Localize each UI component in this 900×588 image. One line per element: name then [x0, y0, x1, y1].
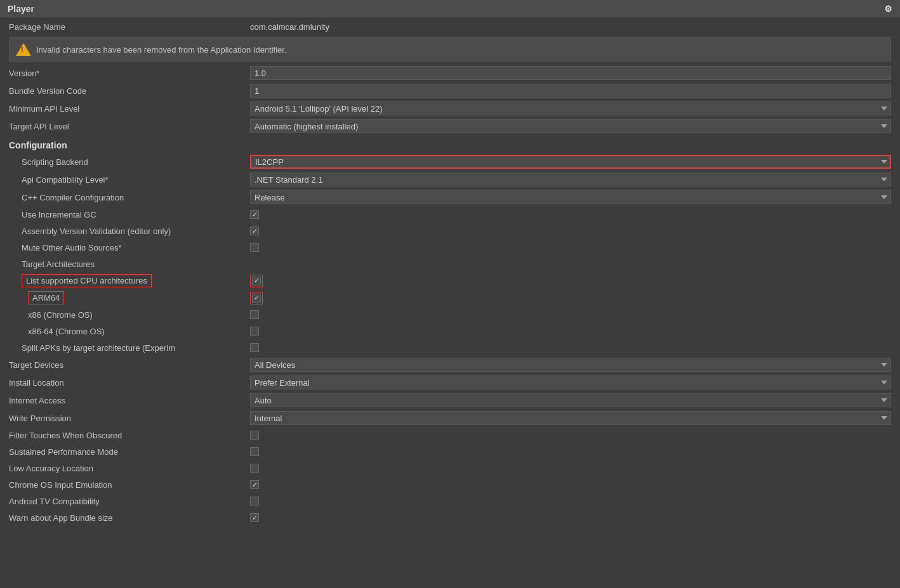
x86-chromeos-checkbox-wrapper — [250, 310, 259, 319]
assembly-version-validation-checkbox[interactable] — [250, 226, 259, 235]
write-permission-select-wrapper: Internal — [250, 411, 891, 425]
configuration-label: Configuration — [9, 140, 67, 150]
api-compatibility-level-label: Api Compatibility Level* — [9, 175, 250, 185]
install-location-select-wrapper: Prefer External — [250, 376, 891, 389]
use-incremental-gc-label: Use Incremental GC — [9, 210, 250, 219]
package-name-row: Package Name com.calmcar.dmlunity — [0, 18, 900, 35]
cpp-compiler-config-select[interactable]: Release — [250, 190, 891, 204]
chromeos-input-emulation-label: Chrome OS Input Emulation — [9, 480, 250, 490]
target-architectures-label: Target Architectures — [9, 259, 250, 269]
assembly-version-validation-label: Assembly Version Validation (editor only… — [9, 226, 250, 236]
x8664-chromeos-row: x86-64 (Chrome OS) — [0, 323, 900, 339]
write-permission-select[interactable]: Internal — [250, 411, 891, 425]
arm64-checkbox-wrapper — [250, 292, 263, 304]
android-tv-compatibility-row: Android TV Compatibility — [0, 493, 900, 509]
split-apks-checkbox-wrapper — [250, 343, 259, 352]
sustained-performance-mode-row: Sustained Performance Mode — [0, 443, 900, 460]
write-permission-row: Write Permission Internal — [0, 409, 900, 427]
cpp-compiler-config-select-wrapper: Release — [250, 190, 891, 204]
x86-chromeos-row: x86 (Chrome OS) — [0, 306, 900, 323]
use-incremental-gc-checkbox[interactable] — [250, 210, 259, 219]
warn-app-bundle-size-checkbox[interactable] — [250, 513, 259, 522]
api-compatibility-level-row: Api Compatibility Level* .NET Standard 2… — [0, 171, 900, 188]
mute-other-audio-sources-row: Mute Other Audio Sources* — [0, 239, 900, 256]
android-tv-compatibility-checkbox[interactable] — [250, 497, 259, 506]
bundle-version-code-input-wrapper — [250, 84, 891, 98]
cpp-compiler-config-label: C++ Compiler Configuration — [9, 193, 250, 202]
version-label: Version* — [9, 69, 250, 78]
filter-touches-label: Filter Touches When Obscured — [9, 431, 250, 440]
mute-other-audio-sources-checkbox[interactable] — [250, 243, 259, 252]
list-supported-cpu-row: List supported CPU architectures — [0, 272, 900, 289]
internet-access-select-wrapper: Auto — [250, 393, 891, 407]
scripting-backend-select-wrapper: IL2CPP — [250, 155, 891, 169]
settings-icon[interactable]: ⚙ — [884, 4, 892, 14]
split-apks-label: Split APKs by target architecture (Exper… — [9, 343, 250, 353]
sustained-performance-mode-checkbox-wrapper — [250, 447, 259, 456]
write-permission-label: Write Permission — [9, 414, 250, 423]
warning-text: Invalid characters have been removed fro… — [36, 45, 287, 55]
install-location-row: Install Location Prefer External — [0, 374, 900, 391]
target-api-level-select-wrapper: Automatic (highest installed) — [250, 119, 891, 133]
target-devices-select[interactable]: All Devices — [250, 358, 891, 372]
internet-access-label: Internet Access — [9, 396, 250, 405]
bundle-version-code-input[interactable] — [250, 84, 891, 98]
minimum-api-level-label: Minimum API Level — [9, 104, 250, 114]
configuration-header: Configuration — [0, 135, 900, 153]
content-area: Package Name com.calmcar.dmlunity Invali… — [0, 18, 900, 539]
package-name-label: Package Name — [9, 22, 250, 32]
low-accuracy-location-checkbox[interactable] — [250, 464, 259, 473]
split-apks-row: Split APKs by target architecture (Exper… — [0, 339, 900, 356]
x86-chromeos-checkbox[interactable] — [250, 310, 259, 319]
target-api-level-select[interactable]: Automatic (highest installed) — [250, 119, 891, 133]
arm64-checkbox[interactable] — [252, 294, 261, 303]
chromeos-input-emulation-checkbox-wrapper — [250, 480, 259, 489]
install-location-label: Install Location — [9, 378, 250, 388]
chromeos-input-emulation-row: Chrome OS Input Emulation — [0, 476, 900, 493]
split-apks-checkbox[interactable] — [250, 343, 259, 352]
warning-icon — [16, 43, 31, 56]
api-compatibility-level-select[interactable]: .NET Standard 2.1 — [250, 173, 891, 186]
filter-touches-checkbox[interactable] — [250, 431, 259, 440]
scripting-backend-label: Scripting Backend — [9, 157, 250, 167]
low-accuracy-location-row: Low Accuracy Location — [0, 460, 900, 476]
mute-other-audio-sources-checkbox-wrapper — [250, 243, 259, 252]
x8664-chromeos-checkbox[interactable] — [250, 327, 259, 336]
minimum-api-level-select[interactable]: Android 5.1 'Lollipop' (API level 22) — [250, 101, 891, 115]
scripting-backend-select[interactable]: IL2CPP — [250, 155, 891, 169]
version-row: Version* — [0, 64, 900, 82]
target-devices-row: Target Devices All Devices — [0, 356, 900, 374]
target-api-level-row: Target API Level Automatic (highest inst… — [0, 117, 900, 135]
panel: Player ⚙ Package Name com.calmcar.dmluni… — [0, 0, 900, 588]
internet-access-select[interactable]: Auto — [250, 393, 891, 407]
cpp-compiler-config-row: C++ Compiler Configuration Release — [0, 188, 900, 206]
chromeos-input-emulation-checkbox[interactable] — [250, 480, 259, 489]
x86-chromeos-label: x86 (Chrome OS) — [9, 310, 250, 320]
x8664-chromeos-label: x86-64 (Chrome OS) — [9, 327, 250, 336]
mute-other-audio-sources-label: Mute Other Audio Sources* — [9, 243, 250, 252]
package-name-value: com.calmcar.dmlunity — [250, 22, 891, 32]
low-accuracy-location-checkbox-wrapper — [250, 464, 259, 473]
version-input[interactable] — [250, 66, 891, 80]
api-compatibility-level-select-wrapper: .NET Standard 2.1 — [250, 173, 891, 186]
sustained-performance-mode-checkbox[interactable] — [250, 447, 259, 456]
filter-touches-checkbox-wrapper — [250, 431, 259, 440]
low-accuracy-location-label: Low Accuracy Location — [9, 464, 250, 473]
warning-box: Invalid characters have been removed fro… — [9, 37, 891, 62]
use-incremental-gc-checkbox-wrapper — [250, 210, 259, 219]
scripting-backend-row: Scripting Backend IL2CPP — [0, 153, 900, 171]
x8664-chromeos-checkbox-wrapper — [250, 327, 259, 336]
use-incremental-gc-row: Use Incremental GC — [0, 206, 900, 223]
minimum-api-level-select-wrapper: Android 5.1 'Lollipop' (API level 22) — [250, 101, 891, 115]
filter-touches-row: Filter Touches When Obscured — [0, 427, 900, 443]
version-input-wrapper — [250, 66, 891, 80]
android-tv-compatibility-label: Android TV Compatibility — [9, 497, 250, 506]
list-supported-cpu-label: List supported CPU architectures — [9, 274, 250, 287]
assembly-version-validation-row: Assembly Version Validation (editor only… — [0, 223, 900, 239]
android-tv-compatibility-checkbox-wrapper — [250, 497, 259, 506]
install-location-select[interactable]: Prefer External — [250, 376, 891, 389]
assembly-version-validation-checkbox-wrapper — [250, 226, 259, 235]
target-api-level-label: Target API Level — [9, 122, 250, 131]
list-supported-cpu-checkbox-wrapper — [250, 275, 263, 287]
list-supported-cpu-checkbox[interactable] — [252, 277, 261, 285]
